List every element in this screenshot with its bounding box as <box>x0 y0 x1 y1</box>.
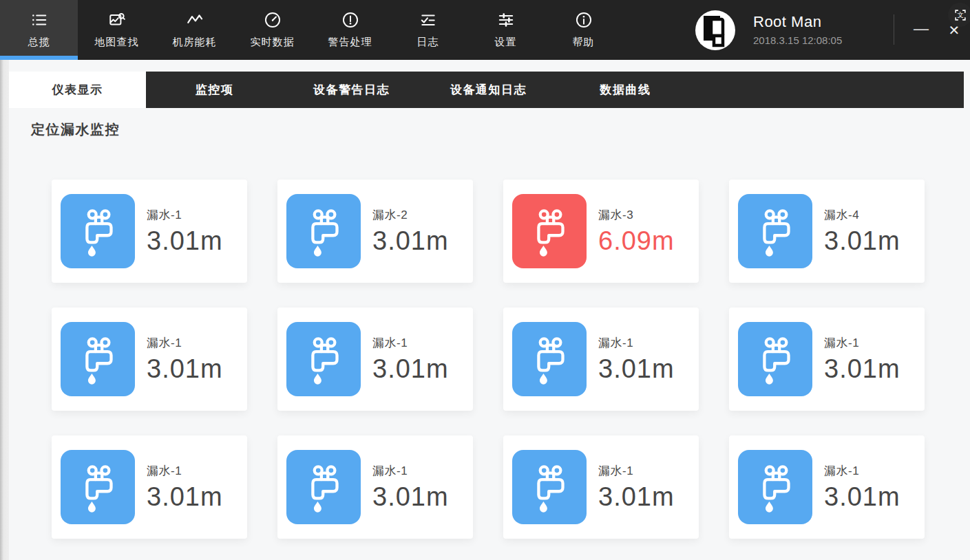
tabbar-filler <box>694 72 964 108</box>
leak-card[interactable]: 漏水-1 3.01m <box>52 308 247 411</box>
leak-card-value: 3.01m <box>824 226 900 256</box>
leak-card[interactable]: 漏水-1 3.01m <box>503 308 699 411</box>
leak-card-label: 漏水-1 <box>147 335 223 351</box>
leak-card[interactable]: 漏水-1 3.01m <box>729 308 925 411</box>
user-name: Root Man <box>753 13 842 31</box>
avatar[interactable] <box>695 10 735 50</box>
leak-card[interactable]: 漏水-1 3.01m <box>729 435 925 539</box>
nav-item-label: 总揽 <box>28 36 50 49</box>
leak-card-label: 漏水-4 <box>824 207 900 223</box>
nav-item-log[interactable]: 日志 <box>389 0 467 60</box>
leak-card-value: 3.01m <box>372 354 449 384</box>
leak-card[interactable]: 漏水-4 3.01m <box>729 180 925 283</box>
user-info: Root Man 2018.3.15 12:08:05 <box>753 13 842 46</box>
waveform-icon <box>186 11 204 29</box>
faucet-icon <box>738 450 812 524</box>
leak-card-value: 3.01m <box>147 482 223 512</box>
section-title: 定位漏水监控 <box>31 120 120 139</box>
faucet-icon <box>61 194 135 268</box>
leak-card[interactable]: 漏水-2 3.01m <box>277 180 473 283</box>
leak-card-value: 6.09m <box>598 226 675 256</box>
tab-monitor-items[interactable]: 监控项 <box>146 72 283 108</box>
leak-card-value: 3.01m <box>147 226 223 256</box>
nav-item-map-search[interactable]: 地图查找 <box>78 0 156 60</box>
leak-card-label: 漏水-1 <box>147 463 223 479</box>
leak-card-label: 漏水-1 <box>598 463 675 479</box>
leak-card-value: 3.01m <box>598 354 675 384</box>
leak-card-label: 漏水-1 <box>372 463 449 479</box>
nav-item-label: 日志 <box>417 36 439 49</box>
leak-card-label: 漏水-1 <box>824 463 900 479</box>
tab-meter-display[interactable]: 仪表显示 <box>9 72 146 108</box>
leak-card-value: 3.01m <box>372 482 449 512</box>
faucet-icon <box>512 450 587 524</box>
leak-card-label: 漏水-3 <box>598 207 675 223</box>
faucet-icon <box>738 322 812 396</box>
leak-card[interactable]: 漏水-3 6.09m <box>503 180 699 283</box>
alert-circle-icon <box>341 11 359 29</box>
nav-item-label: 警告处理 <box>328 36 372 49</box>
leak-card[interactable]: 漏水-1 3.01m <box>277 308 473 411</box>
leak-card-value: 3.01m <box>824 354 900 384</box>
leak-card-label: 漏水-1 <box>824 335 900 351</box>
nav-item-label: 地图查找 <box>95 36 139 49</box>
leak-card-label: 漏水-2 <box>372 207 449 223</box>
tab-device-warning-log[interactable]: 设备警告日志 <box>283 72 420 108</box>
nav-item-label: 实时数据 <box>251 36 295 49</box>
nav-item-settings[interactable]: 设置 <box>467 0 545 60</box>
nav-item-energy[interactable]: 机房能耗 <box>156 0 233 60</box>
sliders-icon <box>497 11 515 29</box>
top-navbar: 总揽 地图查找 机房能耗 实时数据 <box>0 0 970 60</box>
leak-card-value: 3.01m <box>824 482 900 512</box>
leak-card-value: 3.01m <box>372 226 449 256</box>
nav-item-label: 机房能耗 <box>173 36 217 49</box>
minimize-button[interactable]: — <box>913 19 929 39</box>
ocr-badge-icon[interactable]: 文 <box>948 3 970 27</box>
faucet-icon <box>286 322 361 396</box>
leak-card-label: 漏水-1 <box>598 335 675 351</box>
map-search-icon <box>108 11 126 29</box>
nav-item-label: 设置 <box>495 36 517 49</box>
nav-item-alerts[interactable]: 警告处理 <box>311 0 389 60</box>
window-left-edge <box>0 60 9 560</box>
leak-card[interactable]: 漏水-1 3.01m <box>52 435 247 539</box>
datetime: 2018.3.15 12:08:05 <box>753 34 842 46</box>
nav-item-realtime[interactable]: 实时数据 <box>233 0 311 60</box>
list-icon <box>30 11 48 29</box>
faucet-icon <box>512 322 587 396</box>
tab-data-curve[interactable]: 数据曲线 <box>557 72 694 108</box>
nav-item-label: 帮助 <box>573 36 595 49</box>
leak-card-grid: 漏水-1 3.01m 漏水-2 3.01m 漏水-3 6.09m 漏水-4 3.… <box>52 180 925 539</box>
faucet-icon <box>61 322 135 396</box>
sub-tabbar: 仪表显示 监控项 设备警告日志 设备通知日志 数据曲线 <box>9 72 964 108</box>
leak-card[interactable]: 漏水-1 3.01m <box>503 435 699 539</box>
faucet-icon <box>286 450 361 524</box>
faucet-icon <box>286 194 361 268</box>
log-checklist-icon <box>419 11 437 29</box>
nav-item-overview[interactable]: 总揽 <box>0 0 78 60</box>
leak-card-label: 漏水-1 <box>372 335 449 351</box>
leak-card[interactable]: 漏水-1 3.01m <box>52 180 247 283</box>
tab-device-notice-log[interactable]: 设备通知日志 <box>420 72 557 108</box>
nav-item-help[interactable]: 帮助 <box>545 0 622 60</box>
leak-card-label: 漏水-1 <box>147 207 223 223</box>
ocr-badge-glyph: 文 <box>957 11 964 19</box>
leak-card-value: 3.01m <box>147 354 223 384</box>
info-circle-icon <box>575 11 593 29</box>
leak-card-value: 3.01m <box>598 482 675 512</box>
leak-card[interactable]: 漏水-1 3.01m <box>277 435 473 539</box>
titlebar-divider <box>894 14 894 45</box>
faucet-icon <box>512 194 587 268</box>
faucet-icon <box>738 194 812 268</box>
gauge-icon <box>264 11 282 29</box>
faucet-icon <box>61 450 135 524</box>
